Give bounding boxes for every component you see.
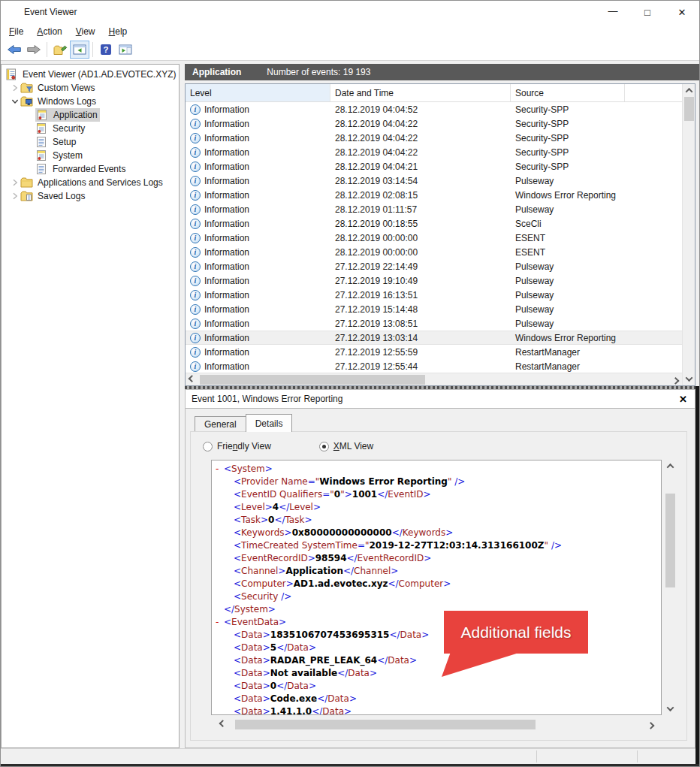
event-row[interactable]: iInformation28.12.2019 04:04:21Security-… xyxy=(186,159,682,174)
preview-title: Event 1001, Windows Error Reporting xyxy=(192,394,342,404)
tab-general[interactable]: General xyxy=(195,416,246,432)
event-row[interactable]: iInformation27.12.2019 16:13:51Pulseway xyxy=(186,288,682,302)
event-table: Level Date and Time Source iInformation2… xyxy=(185,83,695,386)
menu-help[interactable]: Help xyxy=(102,25,134,38)
event-row[interactable]: iInformation27.12.2019 15:14:48Pulseway xyxy=(186,302,682,316)
column-header-source[interactable]: Source xyxy=(511,84,625,101)
scrollbar-thumb[interactable] xyxy=(235,720,536,729)
xml-line: <Data>Code.exe</Data> xyxy=(213,693,661,705)
table-vertical-scrollbar[interactable] xyxy=(682,84,695,385)
event-preview-pane: Event 1001, Windows Error Reporting ✕ Ge… xyxy=(185,389,695,748)
sidebar-item-setup[interactable]: Setup xyxy=(2,135,179,149)
scrollbar-thumb[interactable] xyxy=(200,375,425,385)
scroll-left-icon[interactable] xyxy=(186,373,198,386)
xml-horizontal-scrollbar[interactable] xyxy=(216,718,657,730)
event-row[interactable]: iInformation27.12.2019 22:14:49Pulseway xyxy=(186,259,682,273)
radio-selected-icon[interactable] xyxy=(319,442,329,451)
event-row[interactable]: iInformation28.12.2019 04:04:52Security-… xyxy=(186,102,682,116)
maximize-button[interactable]: □ xyxy=(630,1,665,23)
radio-friendly-view[interactable]: Friendly View xyxy=(203,441,271,451)
xml-vertical-scrollbar[interactable] xyxy=(663,460,677,715)
sidebar-item-custom-views[interactable]: Custom Views xyxy=(2,81,179,95)
table-horizontal-scrollbar[interactable] xyxy=(186,373,682,385)
log-icon xyxy=(35,149,48,162)
forward-arrow-icon[interactable] xyxy=(24,41,44,59)
sidebar-item-windows-logs[interactable]: Windows Logs xyxy=(2,95,179,108)
scroll-left-icon[interactable] xyxy=(216,718,229,731)
source-cell: SceCli xyxy=(511,219,682,229)
date-cell: 28.12.2019 04:04:52 xyxy=(330,104,511,115)
xml-line: <Data>0</Data> xyxy=(213,680,661,693)
collapse-marker[interactable]: - xyxy=(213,616,224,629)
scroll-up-icon[interactable] xyxy=(664,460,677,473)
help-icon[interactable]: ? xyxy=(96,41,116,59)
column-header-level[interactable]: Level xyxy=(186,84,330,101)
event-row[interactable]: iInformation28.12.2019 04:04:22Security-… xyxy=(186,145,682,159)
level-cell: iInformation xyxy=(186,147,330,158)
radio-icon[interactable] xyxy=(203,442,213,451)
expand-icon[interactable] xyxy=(10,192,20,200)
status-bar xyxy=(1,748,700,764)
menu-view[interactable]: View xyxy=(69,25,102,38)
scroll-down-icon[interactable] xyxy=(664,702,677,715)
tree-item-body: Saved Logs xyxy=(20,190,86,202)
event-row[interactable]: iInformation28.12.2019 00:18:55SceCli xyxy=(186,216,682,231)
level-cell: iInformation xyxy=(186,176,330,186)
sidebar-item-label: Applications and Services Logs xyxy=(36,177,164,188)
scroll-down-icon[interactable] xyxy=(683,373,695,385)
xml-line: <Computer>AD1.ad.evotec.xyz</Computer> xyxy=(213,578,661,590)
event-viewer-icon xyxy=(5,68,18,80)
event-row[interactable]: iInformation28.12.2019 00:00:00ESENT xyxy=(186,231,682,245)
xml-line: </System> xyxy=(213,603,661,616)
action-pane-icon[interactable] xyxy=(116,41,135,59)
event-viewer-app-icon xyxy=(7,6,19,18)
scroll-up-icon[interactable] xyxy=(683,84,695,97)
event-row[interactable]: iInformation27.12.2019 12:55:44RestartMa… xyxy=(186,359,682,373)
sidebar-item-security[interactable]: Security xyxy=(2,122,179,135)
expand-icon[interactable] xyxy=(10,84,20,92)
tab-details[interactable]: Details xyxy=(246,414,293,432)
sidebar-item-applications-and-services-logs[interactable]: Applications and Services Logs xyxy=(2,176,179,189)
expand-icon[interactable] xyxy=(10,179,20,186)
information-icon: i xyxy=(190,204,201,215)
radio-label: XML View xyxy=(333,441,373,451)
event-row[interactable]: iInformation28.12.2019 03:14:54Pulseway xyxy=(186,174,682,188)
sidebar-item-saved-logs[interactable]: Saved Logs xyxy=(2,189,179,203)
collapse-icon[interactable] xyxy=(10,98,20,105)
menu-file[interactable]: File xyxy=(2,25,30,38)
minimize-button[interactable]: — xyxy=(596,1,630,23)
event-row[interactable]: iInformation27.12.2019 12:55:59RestartMa… xyxy=(186,345,682,359)
event-row[interactable]: iInformation28.12.2019 04:04:22Security-… xyxy=(186,131,682,145)
date-cell: 28.12.2019 04:04:22 xyxy=(330,133,511,143)
open-saved-log-icon[interactable] xyxy=(50,41,70,59)
sidebar-item-label: Forwarded Events xyxy=(51,164,127,174)
level-text: Information xyxy=(204,361,249,372)
column-header-date[interactable]: Date and Time xyxy=(330,84,511,101)
sidebar-item-system[interactable]: System xyxy=(2,149,179,162)
event-row[interactable]: iInformation27.12.2019 19:10:49Pulseway xyxy=(186,273,682,288)
sidebar-item-forwarded-events[interactable]: Forwarded Events xyxy=(2,162,179,176)
sidebar-item-event-viewer-ad1-ad-evotec-xyz[interactable]: Event Viewer (AD1.AD.EVOTEC.XYZ) xyxy=(2,68,179,81)
close-button[interactable]: ✕ xyxy=(665,1,699,23)
scroll-right-icon[interactable] xyxy=(669,373,682,386)
event-row[interactable]: iInformation28.12.2019 01:11:57Pulseway xyxy=(186,202,682,216)
level-cell: iInformation xyxy=(186,333,330,343)
event-row[interactable]: iInformation28.12.2019 04:04:22Security-… xyxy=(186,116,682,131)
back-arrow-icon[interactable] xyxy=(5,41,24,59)
menu-action[interactable]: Action xyxy=(30,25,68,38)
scroll-right-icon[interactable] xyxy=(644,718,657,731)
event-row[interactable]: iInformation28.12.2019 02:08:15Windows E… xyxy=(186,188,682,202)
sidebar-item-application[interactable]: Application xyxy=(2,108,179,122)
scrollbar-thumb[interactable] xyxy=(684,97,694,121)
source-cell: Windows Error Reporting xyxy=(511,190,682,201)
event-row[interactable]: iInformation28.12.2019 00:00:00ESENT xyxy=(186,245,682,259)
preview-close-icon[interactable]: ✕ xyxy=(679,394,687,405)
scrollbar-thumb[interactable] xyxy=(665,494,675,587)
console-tree-icon[interactable] xyxy=(70,41,89,59)
toolbar-separator xyxy=(92,42,93,57)
collapse-marker[interactable]: - xyxy=(213,463,224,476)
event-row[interactable]: iInformation27.12.2019 13:08:51Pulseway xyxy=(186,316,682,331)
event-row[interactable]: iInformation27.12.2019 13:03:14Windows E… xyxy=(186,331,682,345)
tree-item-body: Windows Logs xyxy=(20,95,98,107)
radio-xml-view[interactable]: XML View xyxy=(319,441,373,451)
